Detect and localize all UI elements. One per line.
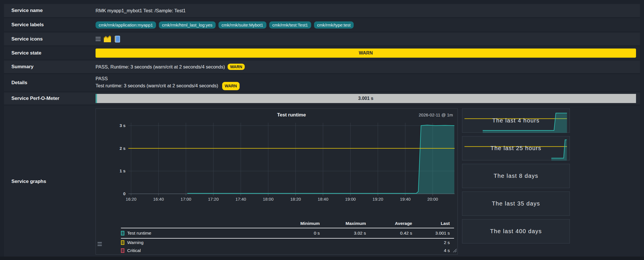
service-graphs-label: Service graphs <box>4 106 96 257</box>
svg-text:17:40: 17:40 <box>235 197 246 201</box>
row-service-graphs: Service graphs Test runtime 2026-02-11 @… <box>4 106 640 257</box>
legend-swatch <box>121 248 124 253</box>
svg-text:17:00: 17:00 <box>181 197 191 201</box>
footer-strip <box>0 257 644 260</box>
graph-range-panel[interactable]: The last 8 days <box>462 164 570 188</box>
svg-text:19:20: 19:20 <box>372 197 383 201</box>
legend-header-row: MinimumMaximumAverageLast <box>121 219 454 228</box>
service-labels-list: cmk/rmk/application:myapp1cmk/rmk/html_l… <box>96 21 354 29</box>
svg-text:19:00: 19:00 <box>345 197 356 201</box>
graph-legend: MinimumMaximumAverageLastTest runtime0 s… <box>121 219 454 255</box>
legend-swatch <box>121 240 124 245</box>
legend-value: 4 s <box>412 248 454 253</box>
perfometer-value: 3.001 s <box>358 96 373 101</box>
perfometer-label: Service Perf-O-Meter <box>4 92 96 104</box>
svg-text:3 s: 3 s <box>120 123 125 128</box>
graph-resize-handle[interactable] <box>452 248 457 253</box>
runtime-chart: 16:2016:4017:0017:2017:4018:0018:2018:40… <box>96 109 457 206</box>
svg-text:1 s: 1 s <box>120 168 125 173</box>
row-service-labels: Service labels cmk/rmk/application:myapp… <box>4 18 640 31</box>
row-summary: Summary PASS, Runtime: 3 seconds (warn/c… <box>4 61 640 73</box>
row-service-state: Service state WARN <box>4 47 640 59</box>
legend-series-name: Test runtime <box>127 231 151 236</box>
legend-header: Minimum <box>274 221 320 226</box>
service-detail-page: Service name RMK myapp1_mybot1 Test: /Sa… <box>0 0 644 260</box>
details-line-1: PASS <box>96 75 240 82</box>
svg-text:18:20: 18:20 <box>290 197 301 201</box>
svg-text:18:40: 18:40 <box>318 197 329 201</box>
service-name-value: RMK myapp1_mybot1 Test: /Sample: Test1 <box>96 8 186 13</box>
graph-range-panels: The last 4 hoursThe last 25 hoursThe las… <box>462 108 570 243</box>
details-warn-badge: WARN <box>222 82 240 90</box>
logwatch-icon[interactable] <box>114 35 120 43</box>
legend-row: Test runtime0 s3.02 s0.42 s3.001 s <box>121 228 454 238</box>
legend-value: 0.42 s <box>366 231 412 236</box>
row-service-name: Service name RMK myapp1_mybot1 Test: /Sa… <box>4 4 640 17</box>
service-state-bar: WARN <box>96 49 636 58</box>
graph-range-panel[interactable]: The last 4 hours <box>462 108 570 133</box>
service-state-value: WARN <box>359 51 373 56</box>
graph-range-title: The last 4 hours <box>492 117 540 124</box>
legend-header: Last <box>412 221 454 226</box>
svg-text:16:20: 16:20 <box>126 197 137 201</box>
service-label-badge[interactable]: cmk/rmk/html_last_log:yes <box>159 21 216 29</box>
graph-range-panel[interactable]: The last 400 days <box>462 219 570 243</box>
details-label: Details <box>4 74 96 91</box>
graph-range-title: The last 400 days <box>490 228 542 235</box>
service-label-badge[interactable]: cmk/rmk/type:test <box>314 21 354 29</box>
service-info-table: Service name RMK myapp1_mybot1 Test: /Sa… <box>4 4 640 258</box>
legend-value: 2 s <box>412 240 454 245</box>
summary-label: Summary <box>4 61 96 73</box>
service-state-label: Service state <box>4 47 96 59</box>
row-service-icons: Service icons <box>4 33 640 45</box>
svg-text:16:40: 16:40 <box>153 197 164 201</box>
service-name-label: Service name <box>4 4 96 17</box>
service-labels-label: Service labels <box>4 18 96 31</box>
perfometer-bar[interactable]: 3.001 s <box>96 94 636 103</box>
svg-text:0: 0 <box>123 191 125 196</box>
legend-value: 3.001 s <box>412 231 454 236</box>
summary-text: PASS, Runtime: 3 seconds (warn/crit at 2… <box>96 64 225 70</box>
service-label-badge[interactable]: cmk/rmk/application:myapp1 <box>96 21 156 29</box>
legend-series-name: Warning <box>127 240 143 245</box>
legend-row: Warning2 s <box>121 239 454 247</box>
summary-warn-badge: WARN <box>228 64 245 70</box>
graph-range-title: The last 35 days <box>492 200 540 207</box>
row-perfometer: Service Perf-O-Meter 3.001 s <box>4 92 640 104</box>
graph-range-title: The last 8 days <box>494 173 538 179</box>
svg-text:17:20: 17:20 <box>208 197 219 201</box>
service-icons-label: Service icons <box>4 33 96 45</box>
details-line-2: Test runtime: 3 seconds (warn/crit at 2 … <box>96 83 218 88</box>
graph-range-panel[interactable]: The last 35 days <box>462 192 570 216</box>
legend-row: Critical4 s <box>121 247 454 255</box>
performance-graph-icon[interactable] <box>104 35 111 43</box>
svg-text:20:00: 20:00 <box>427 197 438 201</box>
legend-value: 0 s <box>274 231 320 236</box>
legend-swatch <box>121 231 124 235</box>
service-label-badge[interactable]: cmk/rmk/test:Test1 <box>269 21 311 29</box>
graph-card[interactable]: Test runtime 2026-02-11 @ 1m 16:2016:401… <box>96 108 458 255</box>
row-details: Details PASS Test runtime: 3 seconds (wa… <box>4 74 640 91</box>
service-label-badge[interactable]: cmk/rmk/suite:Mybot1 <box>218 21 266 29</box>
legend-header: Average <box>366 221 412 226</box>
legend-series-name: Critical <box>127 248 141 253</box>
svg-text:19:40: 19:40 <box>400 197 411 201</box>
graph-range-panel[interactable]: The last 25 hours <box>462 136 570 160</box>
menu-icon[interactable] <box>96 37 101 41</box>
graph-menu-icon[interactable] <box>98 242 102 246</box>
legend-value: 3.02 s <box>320 231 366 236</box>
svg-text:2 s: 2 s <box>120 146 125 151</box>
graph-range-title: The last 25 hours <box>491 145 541 152</box>
legend-header: Maximum <box>320 221 366 226</box>
svg-text:18:00: 18:00 <box>263 197 274 201</box>
